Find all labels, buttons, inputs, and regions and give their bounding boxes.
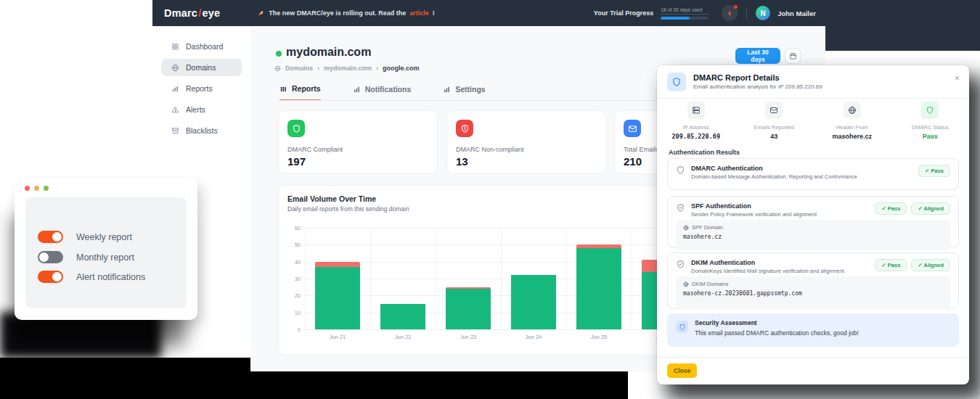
notification-dot xyxy=(734,5,738,9)
sidebar-item-alerts[interactable]: Alerts xyxy=(161,101,242,118)
x-axis-label: Jun 21 xyxy=(316,334,359,340)
bottom-shadow-band-left xyxy=(0,358,250,399)
stat-card-label: DMARC Compliant xyxy=(287,146,428,153)
shield-icon xyxy=(921,102,939,119)
pass-badge: ✓ Pass xyxy=(875,202,907,215)
sidebar-item-reports[interactable]: Reports xyxy=(161,80,242,97)
aligned-badge: ✓ Aligned xyxy=(911,259,950,271)
window-maximize-dot[interactable] xyxy=(44,186,49,191)
tab-reports[interactable]: Reports xyxy=(279,84,321,101)
stat-card-value: 197 xyxy=(287,155,428,168)
dkim-domains-box: DKIM Domains masohere-cz.20230601.gappss… xyxy=(676,276,950,310)
gridline xyxy=(305,228,306,329)
shield-alert-icon xyxy=(456,120,473,137)
window-controls xyxy=(25,186,49,191)
y-axis-label: 60 xyxy=(283,225,301,231)
tab-settings[interactable]: Settings xyxy=(443,84,485,101)
bar-noncompliant xyxy=(315,262,360,267)
y-axis-label: 50 xyxy=(283,242,301,248)
navbar-extension-block xyxy=(825,26,980,51)
auth-results-heading: Authentication Results xyxy=(669,149,740,156)
bar-chart-icon xyxy=(353,86,361,94)
auth-row-subtitle: Sender Policy Framework verification and… xyxy=(691,211,817,218)
mail-icon xyxy=(624,120,641,137)
toggle-knob xyxy=(52,272,62,281)
sidebar-item-label: Domains xyxy=(186,63,216,72)
modal-stat-value: 209.85.220.69 xyxy=(671,133,720,140)
close-icon[interactable]: × xyxy=(955,74,960,83)
x-axis-label: Jun 25 xyxy=(577,334,621,340)
security-assessment: Security Assessment This email passed DM… xyxy=(667,313,959,347)
breadcrumb-item[interactable]: Domains xyxy=(285,65,313,72)
toggle-switch[interactable] xyxy=(38,251,63,263)
bar-chart-icon xyxy=(279,85,287,93)
trial-progress-caption: 18 of 30 days used xyxy=(661,7,709,15)
stat-card-noncompliant: DMARC Non-compliant 13 xyxy=(446,110,606,174)
modal-subtitle: Email authentication analysis for IP 209… xyxy=(693,83,822,90)
bar-compliant xyxy=(576,248,621,329)
toggle-knob xyxy=(52,232,62,242)
announcement-text: The new DMARC/eye is rolling out. Read t… xyxy=(269,9,406,17)
breadcrumb-separator: › xyxy=(376,65,378,72)
page-title: mydomain.com xyxy=(286,46,371,59)
calendar-icon xyxy=(789,52,797,60)
tab-bar: Reports Notifications Settings xyxy=(279,84,486,101)
bar-compliant xyxy=(380,304,425,329)
sidebar-item-domains[interactable]: Domains xyxy=(161,59,242,76)
y-axis-label: 40 xyxy=(283,259,301,266)
app-logo[interactable]: Dmarc/eye xyxy=(164,7,220,19)
shield-check-icon xyxy=(287,120,305,137)
tab-label: Settings xyxy=(455,85,485,94)
dmarc-report-modal: DMARC Report Details Email authenticatio… xyxy=(657,65,969,384)
pass-badge: ✓ Pass xyxy=(918,165,950,177)
stat-card-value: 13 xyxy=(456,155,597,168)
aligned-badge: ✓ Aligned xyxy=(911,202,950,215)
date-range-button[interactable]: Last 30 days xyxy=(735,48,780,64)
modal-stat-label: DMARC Status xyxy=(912,124,949,131)
server-icon xyxy=(687,102,705,119)
pass-badge: ✓ Pass xyxy=(875,259,907,271)
bar-chart-icon xyxy=(171,85,179,93)
sidebar-item-label: Dashboard xyxy=(186,42,223,51)
sidebar-item-blacklists[interactable]: Blacklists xyxy=(161,122,242,139)
globe-icon xyxy=(171,64,179,72)
tab-notifications[interactable]: Notifications xyxy=(353,84,412,101)
bar-chart-icon xyxy=(443,86,451,94)
tab-label: Reports xyxy=(292,84,321,93)
assessment-text: This email passed DMARC authentication c… xyxy=(695,329,859,337)
close-button[interactable]: Close xyxy=(667,363,697,378)
detail-value: masohere-cz.20230601.gappssmtp.com xyxy=(683,290,943,297)
toggle-switch[interactable] xyxy=(38,271,63,283)
toggle-switch[interactable] xyxy=(38,231,63,243)
toggle-row-alerts: Alert notifications xyxy=(38,271,145,283)
announcement-article-link[interactable]: article xyxy=(409,9,429,17)
archive-icon xyxy=(171,127,179,135)
y-axis-label: 30 xyxy=(283,276,301,282)
modal-title: DMARC Report Details xyxy=(693,73,822,82)
avatar[interactable]: N xyxy=(756,6,770,20)
notifications-button[interactable] xyxy=(722,5,738,21)
modal-stat-value: 43 xyxy=(770,133,777,140)
calendar-button[interactable] xyxy=(785,48,801,64)
sidebar-item-dashboard[interactable]: Dashboard xyxy=(161,38,242,55)
breadcrumb: Domains › mydomain.com › google.com xyxy=(274,65,420,72)
bar-noncompliant xyxy=(576,244,621,248)
announcement-banner: The new DMARC/eye is rolling out. Read t… xyxy=(258,9,435,17)
bar-noncompliant xyxy=(446,287,491,289)
auth-row-dkim: DKIM Authentication DomainKeys Identifie… xyxy=(667,252,959,309)
toggle-label: Monthly report xyxy=(76,252,134,263)
modal-stat-ip: IP Address 209.85.220.69 xyxy=(657,102,735,149)
shield-icon xyxy=(676,165,685,175)
user-name[interactable]: John Mailer xyxy=(777,9,816,17)
rocket-icon xyxy=(258,9,265,17)
globe-icon xyxy=(683,281,689,287)
window-minimize-dot[interactable] xyxy=(34,186,39,191)
modal-stat-emails: Emails Reported 43 xyxy=(735,102,814,149)
breadcrumb-item[interactable]: mydomain.com xyxy=(324,65,372,72)
logo-text-post: eye xyxy=(202,7,220,19)
modal-stat-label: IP Address xyxy=(683,124,709,131)
window-close-dot[interactable] xyxy=(25,186,30,191)
bar-compliant xyxy=(315,267,360,329)
auth-row-spf: SPF Authentication Sender Policy Framewo… xyxy=(667,196,959,248)
shield-icon xyxy=(676,321,688,333)
